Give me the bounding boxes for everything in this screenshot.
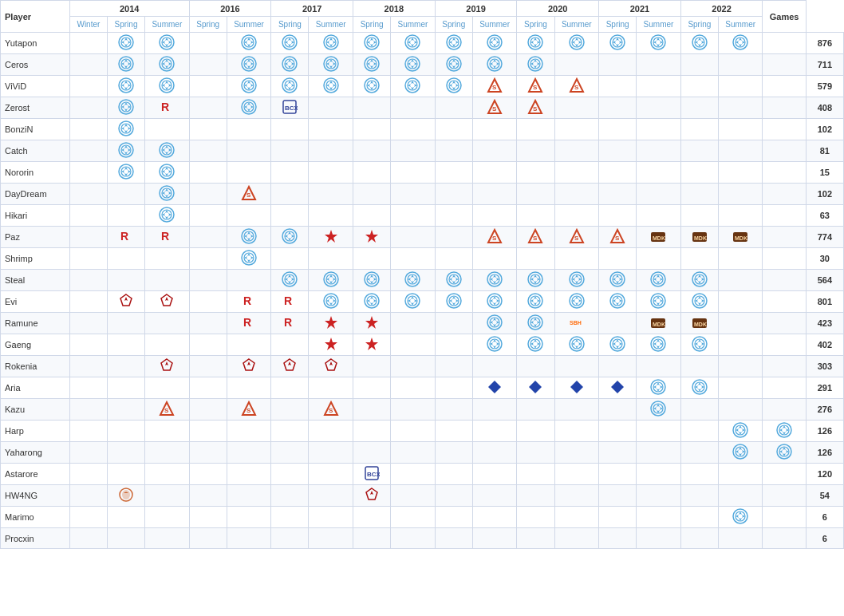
team-cell xyxy=(435,464,472,485)
team-cell xyxy=(227,528,271,549)
team-cell xyxy=(391,33,436,54)
sub-spring-2020: Spring xyxy=(517,17,554,33)
team-cell xyxy=(391,291,436,313)
team-cell xyxy=(637,184,681,205)
games-count-cell: 15 xyxy=(806,162,843,184)
team-cell xyxy=(69,119,107,140)
team-cell xyxy=(353,485,391,507)
team-cell: R xyxy=(271,313,309,334)
player-name-cell: Procxin xyxy=(1,528,70,549)
team-cell xyxy=(637,76,681,97)
team-cell xyxy=(189,313,227,334)
team-cell xyxy=(69,184,107,205)
team-cell xyxy=(309,33,353,54)
team-cell xyxy=(517,270,554,291)
games-count-cell: 564 xyxy=(806,270,843,291)
team-cell xyxy=(69,377,107,399)
team-cell xyxy=(637,442,681,464)
team-cell xyxy=(763,119,806,140)
team-cell xyxy=(763,97,806,119)
year-2014: 2014 xyxy=(69,1,189,17)
team-cell xyxy=(763,184,806,205)
team-cell xyxy=(145,313,190,334)
team-cell xyxy=(189,270,227,291)
team-cell: MDK xyxy=(680,313,718,334)
team-cell: S xyxy=(227,184,271,205)
team-cell xyxy=(472,464,517,485)
team-cell xyxy=(69,205,107,227)
player-name-cell: Gaeng xyxy=(1,334,70,356)
table-row: Ceros xyxy=(1,54,844,76)
table-row: ViViD xyxy=(1,76,844,97)
team-cell xyxy=(554,248,599,270)
table-row: Gaeng xyxy=(1,334,844,356)
team-cell xyxy=(227,356,271,377)
team-cell xyxy=(309,162,353,184)
team-cell xyxy=(69,356,107,377)
team-cell xyxy=(271,119,309,140)
team-cell xyxy=(599,54,637,76)
team-cell: S xyxy=(472,227,517,248)
team-cell xyxy=(391,528,436,549)
year-header-row: Player 2014 2016 2017 2018 2019 2020 202… xyxy=(1,1,844,17)
team-cell xyxy=(189,421,227,442)
team-cell xyxy=(107,162,144,184)
team-cell xyxy=(145,442,190,464)
sub-spring-2018: Spring xyxy=(353,17,391,33)
team-cell xyxy=(189,140,227,162)
table-row: BonziN 102 xyxy=(1,119,844,140)
team-cell xyxy=(69,248,107,270)
team-cell xyxy=(680,399,718,421)
team-cell xyxy=(353,421,391,442)
svg-text:R: R xyxy=(284,294,292,307)
table-row: Steal xyxy=(1,270,844,291)
games-count-cell: 408 xyxy=(806,97,843,119)
team-cell xyxy=(189,205,227,227)
team-cell xyxy=(637,507,681,528)
team-cell xyxy=(107,205,144,227)
team-cell xyxy=(309,356,353,377)
table-row: HW4NG 54 xyxy=(1,485,844,507)
table-row: Shrimp 30 xyxy=(1,248,844,270)
team-cell xyxy=(680,291,718,313)
team-cell xyxy=(309,184,353,205)
team-cell: MDK xyxy=(637,227,681,248)
svg-text:R: R xyxy=(120,230,128,243)
team-cell xyxy=(353,399,391,421)
team-cell xyxy=(435,54,472,76)
team-cell xyxy=(107,485,144,507)
team-cell xyxy=(353,140,391,162)
year-2017: 2017 xyxy=(271,1,353,17)
team-cell xyxy=(554,291,599,313)
team-cell xyxy=(145,334,190,356)
games-count-cell: 81 xyxy=(806,140,843,162)
team-cell xyxy=(554,485,599,507)
games-count-cell: 54 xyxy=(806,485,843,507)
team-cell xyxy=(680,54,718,76)
svg-marker-195 xyxy=(529,381,542,393)
sub-summer-2014: Summer xyxy=(145,17,190,33)
team-cell: S xyxy=(517,76,554,97)
team-cell: S xyxy=(472,76,517,97)
team-cell xyxy=(637,334,681,356)
team-cell xyxy=(763,33,806,54)
team-cell xyxy=(472,205,517,227)
svg-point-221 xyxy=(122,490,130,500)
team-cell xyxy=(271,54,309,76)
team-cell xyxy=(391,54,436,76)
team-cell xyxy=(763,356,806,377)
team-cell xyxy=(680,248,718,270)
team-cell xyxy=(189,442,227,464)
team-cell xyxy=(69,442,107,464)
team-cell xyxy=(107,97,144,119)
team-cell xyxy=(637,528,681,549)
player-name-cell: Ceros xyxy=(1,54,70,76)
team-cell xyxy=(718,377,763,399)
team-cell xyxy=(517,54,554,76)
player-name-cell: Yutapon xyxy=(1,33,70,54)
team-cell xyxy=(271,33,309,54)
team-cell xyxy=(69,33,107,54)
team-cell xyxy=(554,377,599,399)
team-cell xyxy=(637,97,681,119)
team-cell xyxy=(227,76,271,97)
